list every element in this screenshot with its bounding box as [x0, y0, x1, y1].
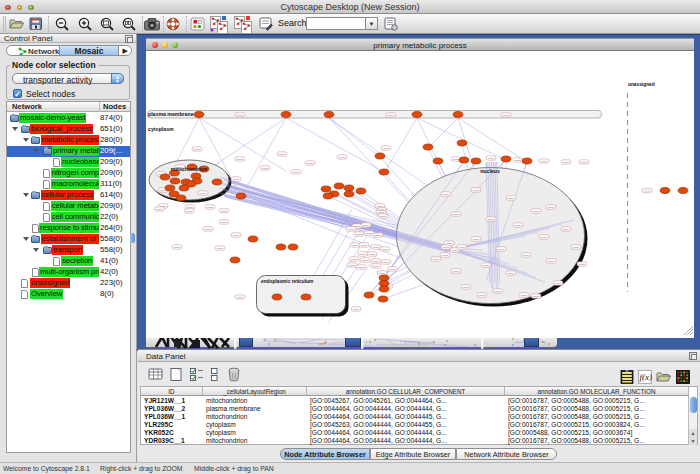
svg-text:unassigned: unassigned — [628, 82, 655, 87]
svg-text:mitochondrion: mitochondrion — [171, 166, 207, 172]
svg-text:endoplasmic reticulum: endoplasmic reticulum — [261, 279, 313, 284]
svg-text:plasma membrane: plasma membrane — [148, 111, 194, 117]
svg-text:f(x): f(x) — [640, 372, 653, 382]
svg-text:nucleus: nucleus — [480, 168, 500, 174]
svg-text:cytoplasm: cytoplasm — [148, 126, 174, 132]
